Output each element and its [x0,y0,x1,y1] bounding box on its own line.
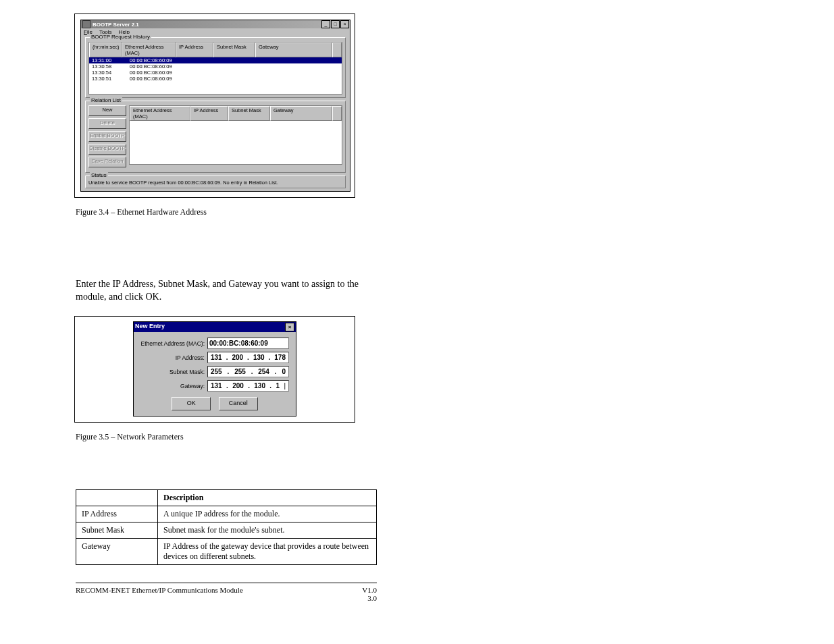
disable-bootp-button[interactable]: Disable BOOTP [88,144,126,155]
ok-button[interactable]: OK [172,397,211,410]
bootp-server-window: BOOTP Server 2.1 _ □ × File Tools Help B… [80,20,350,192]
gateway-input[interactable]: 131. 200. 130. 1| [207,380,289,392]
status-message: Unable to service BOOTP request from 00:… [88,180,342,186]
relation-list-label: Relation List [90,97,122,103]
table-row: Subnet Mask Subnet mask for the module's… [76,522,377,538]
dialog-title: New Entry [135,323,165,331]
delete-button[interactable]: Delete [88,118,126,129]
col-gateway: Gateway [255,43,332,57]
window-title: BOOTP Server 2.1 [93,22,139,28]
save-relation-button[interactable]: Save Relation [88,157,126,167]
dialog-close-button[interactable]: × [285,323,294,331]
cancel-button[interactable]: Cancel [219,397,258,410]
relation-buttons: New Delete Enable BOOTP Disable BOOTP Sa… [88,105,126,169]
table-row: Gateway IP Address of the gateway device… [76,538,377,564]
mac-input[interactable]: 00:00:BC:08:60:09 [207,338,289,349]
mac-label: Ethernet Address (MAC): [140,340,207,347]
history-row[interactable]: 13:30:54 00:00:BC:08:60:09 [89,70,342,76]
footer-rule [76,583,377,583]
ip-input[interactable]: 131. 200. 130. 178 [207,352,289,363]
figure-bootp-window: BOOTP Server 2.1 _ □ × File Tools Help B… [74,14,355,198]
footer-section: 3.0 [367,594,377,602]
history-row[interactable]: 13:30:58 00:00:BC:08:60:09 [89,63,342,70]
minimize-button[interactable]: _ [321,20,330,28]
page-footer: RECOMM-ENET Ethernet/IP Communications M… [76,586,377,594]
table-header-blank [76,489,158,506]
new-button[interactable]: New [88,105,126,116]
new-entry-dialog: New Entry × Ethernet Address (MAC): 00:0… [133,321,296,417]
col-subnet: Subnet Mask [213,43,255,57]
relation-list[interactable]: Ethernet Address (MAC) IP Address Subnet… [129,105,342,165]
parameter-table: Description IP Address A unique IP addre… [76,489,377,565]
table-row: IP Address A unique IP address for the m… [76,506,377,522]
status-group: Status Unable to service BOOTP request f… [85,176,346,188]
figure-caption-1: Figure 3.4 – Ethernet Hardware Address [76,207,493,217]
col-mac: Ethernet Address (MAC) [122,43,176,57]
history-row[interactable]: 13:31:00 00:00:BC:08:60:09 [89,57,342,63]
subnet-label: Subnet Mask: [140,369,207,375]
scrollbar-top[interactable] [332,106,342,121]
dialog-title-bar: New Entry × [134,322,296,332]
history-row[interactable]: 13:30:51 00:00:BC:08:60:09 [89,76,342,82]
relation-list-group: Relation List New Delete Enable BOOTP Di… [85,101,346,173]
figure-caption-2: Figure 3.5 – Network Parameters [76,432,493,442]
system-icon [82,20,90,28]
close-button[interactable]: × [340,20,349,28]
table-header-description: Description [158,489,377,506]
col-time: (hr:min:sec) [89,43,122,57]
instruction-paragraph: Enter the IP Address, Subnet Mask, and G… [76,278,359,304]
col-ip: IP Address [176,43,213,57]
gateway-label: Gateway: [140,383,207,390]
bootp-history-label: BOOTP Request History [90,34,151,40]
subnet-input[interactable]: 255. 255. 254. 0 [207,366,289,377]
history-list[interactable]: (hr:min:sec) Ethernet Address (MAC) IP A… [88,42,342,95]
footer-right: V1.0 [362,586,377,594]
bootp-history-group: BOOTP Request History (hr:min:sec) Ether… [85,37,346,98]
scrollbar-top[interactable] [332,43,342,57]
figure-new-entry-dialog: New Entry × Ethernet Address (MAC): 00:0… [74,316,355,423]
footer-left: RECOMM-ENET Ethernet/IP Communications M… [76,586,243,594]
history-header: (hr:min:sec) Ethernet Address (MAC) IP A… [89,43,342,57]
status-label: Status [90,172,108,178]
enable-bootp-button[interactable]: Enable BOOTP [88,131,126,142]
title-bar: BOOTP Server 2.1 _ □ × [81,20,350,28]
maximize-button[interactable]: □ [331,20,340,28]
page-footer-2: 3.0 [76,594,377,602]
ip-label: IP Address: [140,354,207,361]
